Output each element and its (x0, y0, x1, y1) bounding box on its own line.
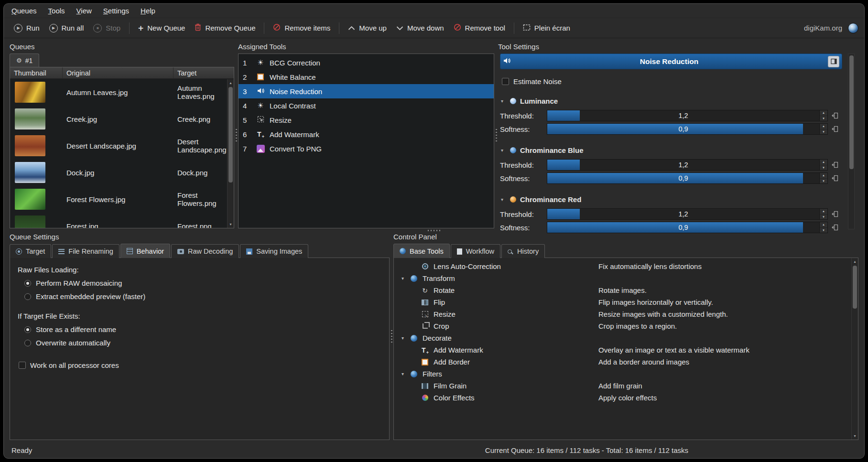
column-thumbnail[interactable]: Thumbnail (10, 67, 63, 78)
spin-buttons[interactable]: ▴▾ (820, 159, 828, 171)
spin-buttons[interactable]: ▴▾ (820, 222, 828, 233)
tree-item-add-border[interactable]: Add Border Add a border around images (398, 356, 848, 368)
tree-item-flip[interactable]: Flip Flip images horizontally or vertica… (398, 296, 848, 308)
tool-settings-scrollbar[interactable] (848, 54, 855, 229)
radio-store-different-name[interactable]: Store as a different name (24, 325, 381, 333)
collapse-arrow-icon[interactable]: ▾ (501, 98, 506, 104)
tab-workflow[interactable]: Workflow (451, 244, 500, 258)
move-down-button[interactable]: Move down (392, 21, 448, 35)
checkbox-icon[interactable] (502, 78, 509, 85)
reset-button[interactable] (828, 175, 842, 182)
threshold-slider[interactable]: 1,2 (547, 159, 820, 171)
splitter-handle[interactable] (390, 232, 393, 440)
tab-behavior[interactable]: Behavior (120, 244, 170, 258)
queue-tab-1[interactable]: ⚙ #1 (10, 54, 39, 67)
scrollbar-thumb[interactable] (853, 266, 857, 309)
tree-item-lens-auto-correction[interactable]: Lens Auto-Correction Fix automatically l… (398, 260, 848, 272)
remove-queue-button[interactable]: Remove Queue (190, 21, 260, 35)
radio-icon[interactable] (24, 326, 31, 333)
softness-slider[interactable]: 0,9 (547, 123, 820, 135)
menu-queues[interactable]: Queues (11, 7, 37, 15)
move-up-button[interactable]: Move up (344, 21, 391, 35)
softness-slider[interactable]: 0,9 (547, 172, 820, 184)
tab-saving-images[interactable]: Saving Images (240, 244, 308, 258)
splitter-handle[interactable] (234, 42, 238, 228)
table-row[interactable]: Dock.jpg Dock.png (10, 159, 234, 186)
reset-button[interactable] (828, 161, 842, 168)
expander-icon[interactable]: ▾ (401, 276, 409, 281)
assigned-tool-item[interactable]: 2 White Balance (239, 70, 494, 84)
fullscreen-button[interactable]: Plein écran (519, 21, 575, 35)
spin-buttons[interactable]: ▴▾ (820, 123, 828, 135)
table-row[interactable]: Autumn Leaves.jpg Autumn Leaves.png (10, 79, 234, 106)
tab-history[interactable]: History (501, 244, 545, 258)
menu-view[interactable]: View (76, 7, 92, 15)
tree-group-transform[interactable]: ▾ Transform (398, 272, 848, 284)
tree-group-filters[interactable]: ▾ Filters (398, 368, 848, 380)
assigned-tool-item[interactable]: 7 Convert To PNG (239, 141, 494, 156)
all-cores-checkbox[interactable]: Work on all processor cores (19, 361, 381, 369)
scroll-up-icon[interactable]: ▴ (228, 80, 234, 86)
table-row[interactable]: Forest Flowers.jpg Forest Flowers.png (10, 186, 234, 213)
table-row[interactable]: Creek.jpg Creek.png (10, 106, 234, 132)
radio-icon[interactable] (24, 340, 31, 346)
scroll-down-icon[interactable]: ▾ (852, 433, 858, 439)
collapse-arrow-icon[interactable]: ▾ (501, 148, 506, 153)
queues-scrollbar[interactable]: ▴ ▾ (227, 79, 234, 228)
spin-buttons[interactable]: ▴▾ (820, 208, 828, 220)
detach-panel-button[interactable] (828, 56, 839, 67)
remove-items-button[interactable]: Remove items (269, 21, 335, 35)
remove-tool-button[interactable]: Remove tool (449, 21, 510, 35)
assigned-tool-item[interactable]: 1 ☀ BCG Correction (239, 55, 494, 70)
column-original[interactable]: Original (63, 67, 174, 78)
tree-item-resize[interactable]: Resize Resize images with a customized l… (398, 308, 848, 320)
table-row[interactable]: Forest.jpg Forest.png (10, 213, 234, 228)
tab-file-renaming[interactable]: File Renaming (52, 244, 119, 258)
scroll-down-icon[interactable]: ▾ (228, 221, 234, 227)
threshold-slider[interactable]: 1,2 (547, 110, 820, 121)
assigned-tool-item-selected[interactable]: 3 Noise Reduction (239, 84, 494, 98)
run-button[interactable]: ▶ Run (10, 21, 44, 35)
control-panel-scrollbar[interactable]: ▴ ▾ (851, 258, 858, 440)
menu-help[interactable]: Help (141, 7, 155, 15)
menu-tools[interactable]: Tools (48, 7, 65, 15)
section-chrominance-red[interactable]: ▾ Chrominance Red (501, 195, 842, 204)
tree-item-crop[interactable]: Crop Crop images to a region. (398, 320, 848, 332)
expander-icon[interactable]: ▾ (401, 335, 409, 341)
table-row[interactable]: Desert Landscape.jpg Desert Landscape.pn… (10, 132, 234, 159)
reset-button[interactable] (828, 224, 842, 231)
expander-icon[interactable]: ▾ (401, 371, 409, 376)
reset-button[interactable] (828, 211, 842, 217)
threshold-slider[interactable]: 1,2 (547, 208, 820, 220)
radio-extract-embedded-preview[interactable]: Extract embedded preview (faster) (24, 292, 381, 301)
assigned-tool-item[interactable]: 5 Resize (239, 113, 494, 127)
spin-buttons[interactable]: ▴▾ (820, 172, 828, 184)
tree-item-color-effects[interactable]: Color Effects Apply color effects (398, 392, 848, 404)
radio-icon[interactable] (24, 293, 31, 300)
reset-button[interactable] (828, 112, 842, 119)
run-all-button[interactable]: ▶ Run all (45, 21, 88, 35)
collapse-arrow-icon[interactable]: ▾ (501, 197, 506, 202)
scrollbar-thumb[interactable] (849, 55, 854, 169)
scrollbar-thumb[interactable] (228, 87, 233, 183)
assigned-tool-item[interactable]: 6 T+ Add Watermark (239, 127, 494, 141)
estimate-noise-checkbox[interactable]: Estimate Noise (502, 77, 842, 86)
tab-raw-decoding[interactable]: Raw Decoding (171, 244, 239, 258)
checkbox-icon[interactable] (19, 362, 26, 369)
section-chrominance-blue[interactable]: ▾ Chrominance Blue (501, 146, 842, 154)
scroll-up-icon[interactable]: ▴ (852, 258, 858, 265)
assigned-tool-item[interactable]: 4 ☀ Local Contrast (239, 98, 494, 113)
tree-group-decorate[interactable]: ▾ Decorate (398, 332, 848, 344)
tab-target[interactable]: Target (10, 244, 51, 258)
tab-base-tools[interactable]: Base Tools (393, 244, 450, 258)
splitter-handle[interactable] (494, 42, 498, 228)
new-queue-button[interactable]: + New Queue (134, 21, 189, 35)
radio-perform-raw-demosaicing[interactable]: Perform RAW demosaicing (24, 279, 381, 287)
column-target[interactable]: Target (174, 67, 234, 78)
softness-slider[interactable]: 0,9 (547, 222, 820, 233)
reset-button[interactable] (828, 126, 842, 132)
radio-overwrite-automatically[interactable]: Overwrite automatically (24, 339, 381, 347)
spin-buttons[interactable]: ▴▾ (820, 110, 828, 121)
tree-item-add-watermark[interactable]: T+ Add Watermark Overlay an image or tex… (398, 344, 848, 356)
tree-item-film-grain[interactable]: Film Grain Add film grain (398, 380, 848, 392)
